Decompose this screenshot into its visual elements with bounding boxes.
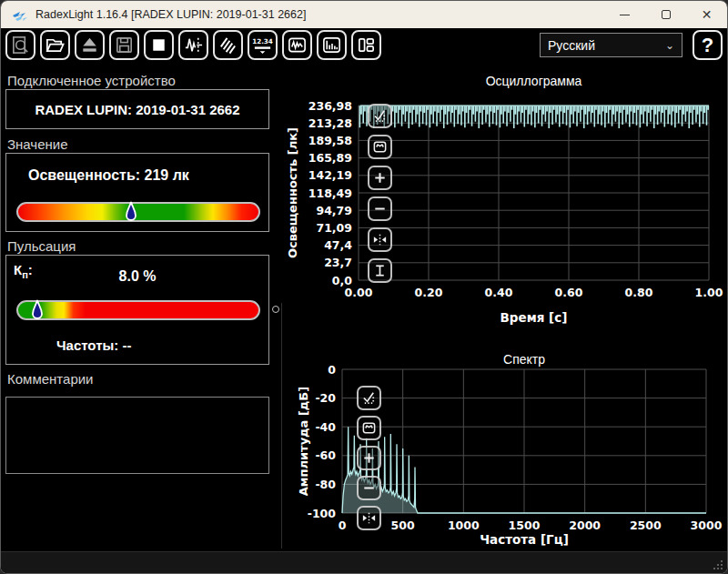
stop-measurement-button[interactable] [144, 30, 174, 60]
oscillogram-chart[interactable]: 0.000.200.400.600.801.00236,98213,28189,… [281, 90, 728, 331]
chevron-down-icon: ⌄ [665, 39, 674, 52]
svg-text:47,4: 47,4 [324, 238, 352, 252]
layout-panels-button[interactable] [351, 30, 381, 60]
svg-text:71,09: 71,09 [316, 221, 352, 235]
pulse-measure-button[interactable] [178, 30, 208, 60]
svg-text:0: 0 [328, 363, 336, 377]
svg-text:3000: 3000 [691, 519, 723, 532]
svg-text:118,49: 118,49 [308, 186, 352, 200]
window-title: RadexLight 1.16.4 [RADEX LUPIN: 2019-01-… [35, 8, 306, 21]
spectrum-xaxis-label: Частота [Гц] [342, 532, 706, 547]
wave-sensor-icon [217, 35, 238, 55]
spectrum-zoom-out-button[interactable] [357, 476, 381, 500]
zoom-out-icon [361, 480, 377, 496]
toolbar: 12.34 Русский ⌄ ? [1, 28, 727, 62]
svg-text:1000: 1000 [448, 519, 480, 532]
numeric-display-icon: 12.34 [252, 35, 273, 55]
svg-text:-100: -100 [308, 507, 337, 520]
splitter-grip[interactable] [272, 306, 279, 313]
maximize-icon [662, 10, 671, 19]
spectrum-autoscale-button[interactable] [357, 386, 381, 410]
svg-text:189,58: 189,58 [308, 134, 352, 147]
svg-text:0,0: 0,0 [332, 274, 352, 287]
oscillogram-fit-button[interactable] [368, 135, 392, 159]
spectrum-view-button[interactable] [317, 30, 347, 60]
pulsation-section-label: Пульсация [7, 238, 76, 254]
status-bar [1, 551, 727, 573]
resize-grip[interactable] [712, 559, 723, 570]
autoscale-icon [372, 108, 388, 124]
autoscale-icon [361, 390, 377, 406]
help-button[interactable]: ? [693, 30, 723, 60]
minimize-icon [620, 15, 630, 15]
spectrum-fit-button[interactable] [357, 416, 381, 440]
svg-text:1500: 1500 [509, 519, 541, 532]
eject-icon [79, 35, 100, 55]
svg-text:500: 500 [391, 519, 415, 532]
illuminance-marker-icon [125, 200, 137, 226]
pulsation-scale-bar [16, 300, 260, 320]
kp-value: 8.0 % [6, 268, 268, 285]
oscillogram-yaxis-label: Освещенность [лк] [286, 102, 300, 284]
value-section-label: Значение [7, 136, 68, 152]
app-window: RadexLight 1.16.4 [RADEX LUPIN: 2019-01-… [0, 0, 728, 574]
svg-text:236,98: 236,98 [308, 99, 352, 113]
layout-panels-icon [356, 35, 377, 55]
close-button[interactable]: ✕ [686, 1, 727, 28]
oscillogram-zoom-out-button[interactable] [368, 196, 392, 221]
svg-text:2000: 2000 [569, 519, 601, 532]
svg-text:94,79: 94,79 [316, 204, 352, 217]
zoom-document-button[interactable] [5, 30, 35, 60]
spectrum-fit-horizontal-button[interactable] [357, 506, 381, 530]
stop-icon [148, 35, 169, 55]
minimize-button[interactable] [604, 1, 645, 28]
maximize-button[interactable] [645, 1, 686, 28]
language-select[interactable]: Русский ⌄ [540, 33, 682, 57]
pulsation-box: Кп: 8.0 % Частоты: -- [5, 255, 269, 365]
comments-textarea[interactable] [5, 397, 269, 474]
illuminance-scale-bar [16, 202, 260, 222]
fit-horizontal-icon [372, 232, 388, 247]
oscillogram-fit-vertical-button[interactable] [368, 258, 392, 283]
oscillogram-zoom-in-button[interactable] [368, 166, 392, 190]
eject-device-button[interactable] [75, 30, 105, 60]
svg-text:12.34: 12.34 [252, 37, 273, 45]
svg-text:0.60: 0.60 [555, 286, 583, 299]
wave-sensor-button[interactable] [213, 30, 243, 60]
spectrum-yaxis-label: Амплитуда [дБ] [297, 350, 311, 532]
main-content: Подключенное устройство RADEX LUPIN: 201… [1, 62, 727, 553]
spectrum-chart[interactable]: 0500100015002000250030000-20-40-60-80-10… [281, 363, 728, 540]
svg-text:2500: 2500 [630, 519, 662, 532]
device-name: RADEX LUPIN: 2019-01-31 2662 [35, 102, 239, 117]
svg-text:1.00: 1.00 [695, 286, 723, 299]
value-box: Освещенность: 219 лк [5, 153, 269, 232]
save-file-button[interactable] [109, 30, 139, 60]
fit-horizontal-icon [361, 510, 377, 526]
oscillogram-view-button[interactable] [282, 30, 312, 60]
svg-text:0.20: 0.20 [415, 286, 443, 299]
frequencies-text: Частоты: -- [56, 337, 131, 353]
fit-window-icon [372, 139, 388, 155]
oscillogram-fit-horizontal-button[interactable] [368, 227, 392, 252]
svg-text:142,19: 142,19 [308, 168, 352, 182]
fit-vertical-icon [372, 263, 388, 278]
fit-window-icon [361, 420, 377, 436]
zoom-document-icon [10, 35, 31, 55]
pulse-measure-icon [183, 35, 204, 55]
oscillogram-autoscale-button[interactable] [368, 104, 392, 128]
illuminance-reading: Освещенность: 219 лк [28, 167, 189, 184]
svg-text:0.80: 0.80 [625, 286, 653, 299]
svg-text:0.00: 0.00 [345, 286, 373, 299]
close-icon: ✕ [702, 8, 713, 21]
spectrum-zoom-in-button[interactable] [357, 446, 381, 470]
open-folder-icon [45, 35, 66, 55]
svg-text:165,89: 165,89 [308, 151, 352, 165]
numeric-display-button[interactable]: 12.34 [248, 30, 278, 60]
open-folder-button[interactable] [40, 30, 70, 60]
svg-text:0: 0 [339, 519, 347, 532]
title-bar: RadexLight 1.16.4 [RADEX LUPIN: 2019-01-… [1, 1, 727, 28]
oscillogram-title: Осциллограмма [359, 74, 709, 88]
svg-text:23,7: 23,7 [324, 256, 352, 269]
zoom-in-icon [372, 170, 388, 186]
svg-text:-80: -80 [315, 478, 336, 491]
